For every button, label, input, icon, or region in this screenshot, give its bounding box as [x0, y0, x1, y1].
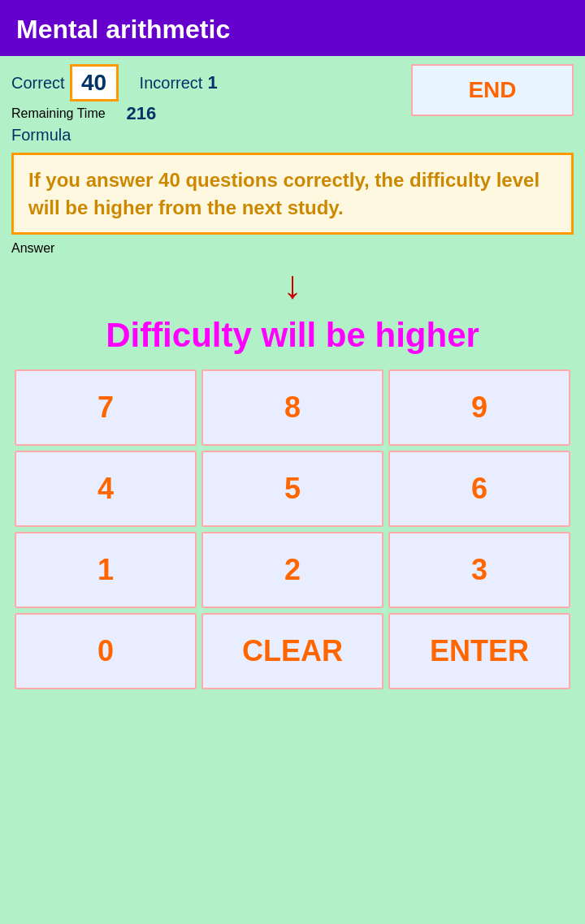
- key-2-button[interactable]: 2: [202, 532, 384, 608]
- formula-label: Formula: [11, 126, 71, 145]
- correct-line: Correct 40 Incorrect 1: [11, 64, 403, 101]
- keypad: 7894561230CLEARENTER: [11, 369, 574, 689]
- key-1-button[interactable]: 1: [15, 532, 197, 608]
- answer-row: Answer: [11, 241, 574, 256]
- key-0-button[interactable]: 0: [15, 613, 197, 689]
- formula-tooltip-row: If you answer 40 questions correctly, th…: [11, 153, 574, 235]
- key-4-button[interactable]: 4: [15, 451, 197, 527]
- key-enter-button[interactable]: ENTER: [388, 613, 570, 689]
- answer-label: Answer: [11, 241, 54, 256]
- stats-left: Correct 40 Incorrect 1 Remaining Time 21…: [11, 64, 403, 145]
- difficulty-arrow: ↓: [11, 266, 574, 304]
- end-button[interactable]: END: [411, 64, 574, 116]
- key-7-button[interactable]: 7: [15, 369, 197, 446]
- app-title: Mental arithmetic: [16, 15, 569, 45]
- difficulty-message: Difficulty will be higher: [11, 316, 574, 355]
- key-5-button[interactable]: 5: [202, 451, 384, 527]
- remaining-line: Remaining Time 216: [11, 103, 403, 124]
- tooltip-box: If you answer 40 questions correctly, th…: [11, 153, 574, 235]
- main-content: Correct 40 Incorrect 1 Remaining Time 21…: [0, 56, 585, 924]
- formula-row: Formula: [11, 126, 403, 145]
- title-bar: Mental arithmetic: [0, 0, 585, 56]
- app-container: Mental arithmetic Correct 40 Incorrect 1…: [0, 0, 585, 924]
- stats-row: Correct 40 Incorrect 1 Remaining Time 21…: [11, 64, 574, 145]
- correct-value: 40: [70, 64, 119, 101]
- incorrect-label: Incorrect: [140, 74, 203, 93]
- remaining-label: Remaining Time: [11, 106, 106, 121]
- tooltip-text: If you answer 40 questions correctly, th…: [28, 166, 557, 221]
- key-6-button[interactable]: 6: [388, 451, 570, 527]
- correct-label: Correct: [11, 74, 65, 93]
- arrow-down-icon: ↓: [283, 263, 302, 306]
- remaining-value: 216: [127, 103, 157, 124]
- key-9-button[interactable]: 9: [388, 369, 570, 446]
- key-clear-button[interactable]: CLEAR: [202, 613, 384, 689]
- key-8-button[interactable]: 8: [202, 369, 384, 446]
- key-3-button[interactable]: 3: [388, 532, 570, 608]
- incorrect-value: 1: [207, 72, 217, 93]
